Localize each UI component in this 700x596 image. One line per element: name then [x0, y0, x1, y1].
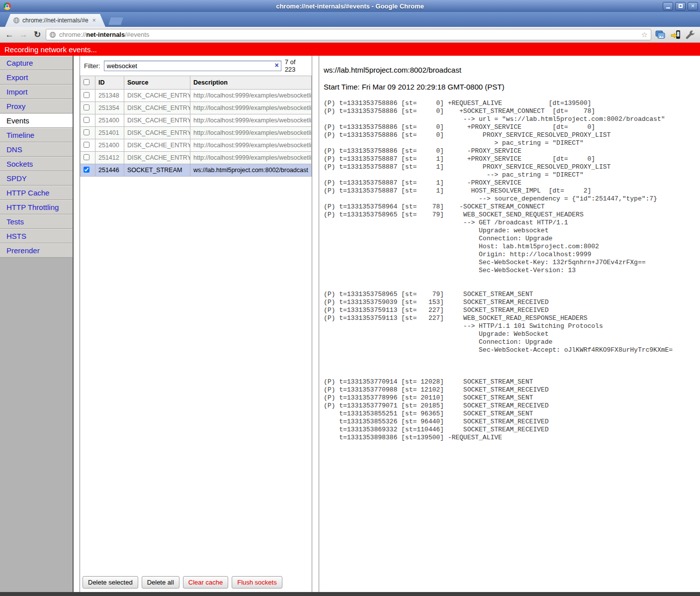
sidebar-item-prerender[interactable]: Prerender — [0, 243, 73, 258]
row-id: 251446 — [95, 164, 124, 177]
action-buttons: Delete selected Delete all Clear cache F… — [80, 574, 312, 592]
sidebar-item-http-throttling[interactable]: HTTP Throttling — [0, 200, 73, 214]
sidebar-item-http-cache[interactable]: HTTP Cache — [0, 186, 73, 200]
panel-gap — [74, 56, 80, 592]
row-checkbox[interactable] — [84, 117, 89, 123]
chrome-to-phone-extension-icon[interactable] — [671, 30, 681, 39]
panel-splitter[interactable] — [312, 56, 319, 592]
reload-button[interactable]: ↻ — [32, 29, 43, 40]
details-title: ws://lab.html5project.com:8002/broadcast — [324, 66, 700, 74]
forward-button: → — [18, 30, 29, 40]
table-row[interactable]: 251401 DISK_CACHE_ENTRY http://localhost… — [81, 127, 312, 139]
main-content: Capture Export Import Proxy Events Timel… — [0, 56, 700, 592]
event-log: (P) t=1331353758886 [st= 0] +REQUEST_ALI… — [324, 99, 700, 442]
wrench-icon[interactable] — [686, 30, 695, 39]
table-row[interactable]: 251412 DISK_CACHE_ENTRY http://localhost… — [81, 152, 312, 164]
bookmark-star-icon[interactable]: ☆ — [641, 30, 648, 39]
delete-all-button[interactable]: Delete all — [142, 576, 179, 589]
row-description: http://localhost:9999/examples/websocket… — [190, 102, 312, 114]
sidebar-item-export[interactable]: Export — [0, 70, 73, 85]
globe-icon — [13, 17, 20, 24]
sidebar-item-timeline[interactable]: Timeline — [0, 128, 73, 142]
url-text: chrome://net-internals/#events — [59, 31, 149, 38]
row-checkbox[interactable] — [84, 104, 89, 110]
row-source: SOCKET_STREAM — [124, 164, 190, 177]
row-description: http://localhost:9999/examples/websocket… — [190, 114, 312, 127]
table-row[interactable]: 251354 DISK_CACHE_ENTRY http://localhost… — [81, 102, 312, 114]
screenshot-extension-icon[interactable] — [655, 30, 666, 39]
flush-sockets-button[interactable]: Flush sockets — [232, 576, 282, 589]
tab-strip: chrome://net-internals/#e × — [0, 12, 700, 27]
new-tab-button[interactable] — [108, 17, 123, 25]
events-list-panel: Filter: × 7 of 223 ID Source Description — [80, 56, 312, 592]
extension-icons — [655, 30, 695, 39]
select-all-checkbox[interactable] — [84, 79, 89, 85]
events-table: ID Source Description 251348 DISK_CACHE_… — [80, 76, 312, 177]
row-id: 251401 — [95, 127, 124, 139]
recording-banner: Recording network events... — [0, 43, 700, 56]
tab-net-internals[interactable]: chrome://net-internals/#e × — [5, 14, 105, 27]
sidebar-item-hsts[interactable]: HSTS — [0, 229, 73, 243]
filter-label: Filter: — [84, 62, 100, 70]
table-row-selected[interactable]: 251446 SOCKET_STREAM ws://lab.html5proje… — [81, 164, 312, 177]
table-header-row: ID Source Description — [81, 76, 312, 90]
tab-close-icon[interactable]: × — [92, 17, 96, 23]
address-bar[interactable]: chrome://net-internals/#events ☆ — [46, 29, 651, 40]
table-row[interactable]: 251348 DISK_CACHE_ENTRY http://localhost… — [81, 90, 312, 102]
filter-clear-icon[interactable]: × — [274, 61, 278, 69]
close-button[interactable]: × — [688, 2, 698, 10]
toolbar: ← → ↻ chrome://net-internals/#events ☆ — [0, 27, 700, 43]
sidebar-item-tests[interactable]: Tests — [0, 214, 73, 229]
row-source: DISK_CACHE_ENTRY — [124, 114, 190, 127]
row-source: DISK_CACHE_ENTRY — [124, 139, 190, 152]
filter-count: 7 of 223 — [285, 58, 308, 73]
row-description: http://localhost:9999/examples/websocket… — [190, 152, 312, 164]
window-title: chrome://net-internals/#events - Google … — [0, 2, 700, 10]
delete-selected-button[interactable]: Delete selected — [83, 576, 138, 589]
row-description: http://localhost:9999/examples/websocket… — [190, 90, 312, 102]
header-id: ID — [95, 76, 124, 90]
row-description: ws://lab.html5project.com:8002/broadcast — [190, 164, 312, 177]
table-row[interactable]: 251400 DISK_CACHE_ENTRY http://localhost… — [81, 114, 312, 127]
sidebar-item-events[interactable]: Events — [0, 113, 73, 128]
row-id: 251400 — [95, 139, 124, 152]
globe-icon — [49, 31, 56, 38]
header-description: Description — [190, 76, 312, 90]
details-start-time: Start Time: Fri Mar 09 2012 20:29:18 GMT… — [324, 83, 700, 91]
row-source: DISK_CACHE_ENTRY — [124, 90, 190, 102]
row-source: DISK_CACHE_ENTRY — [124, 152, 190, 164]
row-id: 251354 — [95, 102, 124, 114]
row-description: http://localhost:9999/examples/websocket… — [190, 127, 312, 139]
window-bottom-border — [0, 592, 700, 596]
row-checkbox[interactable] — [84, 129, 89, 135]
row-checkbox[interactable] — [84, 167, 89, 173]
sidebar-item-proxy[interactable]: Proxy — [0, 99, 73, 113]
sidebar: Capture Export Import Proxy Events Timel… — [0, 56, 74, 592]
row-id: 251400 — [95, 114, 124, 127]
sidebar-item-spdy[interactable]: SPDY — [0, 171, 73, 186]
back-button[interactable]: ← — [4, 30, 15, 40]
maximize-button[interactable] — [675, 2, 686, 10]
row-checkbox[interactable] — [84, 154, 89, 160]
row-description: http://localhost:9999/examples/websocket… — [190, 139, 312, 152]
row-checkbox[interactable] — [84, 142, 89, 148]
sidebar-item-sockets[interactable]: Sockets — [0, 157, 73, 171]
table-row[interactable]: 251400 DISK_CACHE_ENTRY http://localhost… — [81, 139, 312, 152]
row-source: DISK_CACHE_ENTRY — [124, 102, 190, 114]
filter-bar: Filter: × 7 of 223 — [80, 56, 312, 76]
tab-title: chrome://net-internals/#e — [22, 17, 88, 24]
row-id: 251348 — [95, 90, 124, 102]
title-bar: chrome://net-internals/#events - Google … — [0, 0, 700, 12]
header-source: Source — [124, 76, 190, 90]
sidebar-item-capture[interactable]: Capture — [0, 56, 73, 70]
clear-cache-button[interactable]: Clear cache — [183, 576, 228, 589]
sidebar-item-dns[interactable]: DNS — [0, 142, 73, 157]
row-checkbox[interactable] — [84, 92, 89, 98]
minimize-button[interactable] — [663, 2, 673, 10]
window-controls: × — [663, 2, 698, 10]
sidebar-item-import[interactable]: Import — [0, 85, 73, 99]
browser-window: chrome://net-internals/#events - Google … — [0, 0, 700, 596]
row-source: DISK_CACHE_ENTRY — [124, 127, 190, 139]
filter-input[interactable] — [104, 61, 281, 71]
event-details-panel: ws://lab.html5project.com:8002/broadcast… — [319, 56, 700, 592]
